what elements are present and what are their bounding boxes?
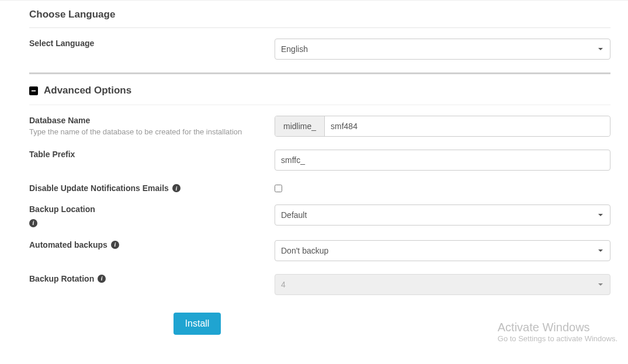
choose-language-heading: Choose Language: [29, 1, 610, 28]
svg-rect-0: [32, 90, 36, 91]
info-icon[interactable]: i: [111, 241, 119, 249]
backup-location-label: Backup Location: [29, 204, 263, 214]
backup-location-select[interactable]: Default: [275, 204, 610, 226]
minus-square-icon: [29, 86, 38, 95]
database-name-group: midlime_: [275, 116, 610, 137]
automated-backups-select[interactable]: Don't backup: [275, 240, 610, 261]
database-name-label: Database Name: [29, 116, 263, 125]
info-icon[interactable]: i: [172, 184, 181, 192]
table-prefix-input[interactable]: [275, 150, 610, 171]
advanced-options-heading[interactable]: Advanced Options: [29, 74, 610, 105]
table-prefix-label: Table Prefix: [29, 150, 263, 159]
backup-rotation-label: Backup Rotation: [29, 274, 94, 283]
database-prefix-addon: midlime_: [275, 116, 325, 136]
language-select[interactable]: English: [275, 39, 610, 60]
automated-backups-label: Automated backups: [29, 240, 107, 249]
backup-rotation-select: 4: [275, 274, 610, 295]
disable-notifications-checkbox[interactable]: [275, 185, 282, 192]
database-name-input[interactable]: [325, 116, 610, 136]
select-language-label: Select Language: [29, 39, 263, 48]
advanced-options-label: Advanced Options: [44, 85, 131, 96]
disable-notifications-label: Disable Update Notifications Emails: [29, 183, 169, 193]
info-icon[interactable]: i: [29, 219, 37, 227]
install-button[interactable]: Install: [174, 313, 221, 335]
info-icon[interactable]: i: [98, 275, 106, 283]
database-name-help: Type the name of the database to be crea…: [29, 127, 263, 136]
